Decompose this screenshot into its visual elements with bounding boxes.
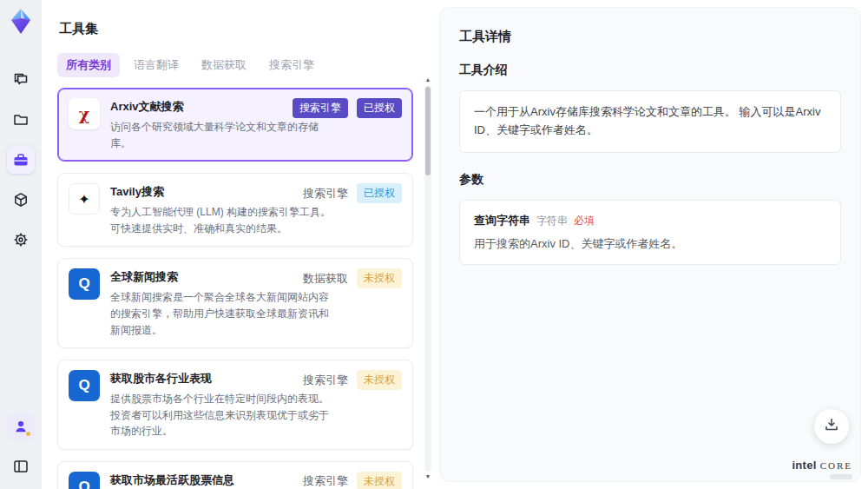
category-label: 数据获取 [303, 271, 348, 287]
scrollbar-thumb[interactable] [425, 87, 431, 175]
category-label: 搜索引擎 [303, 473, 348, 489]
chat-icon [12, 71, 30, 89]
scroll-up-arrow-icon[interactable]: ▲ [425, 76, 431, 83]
tool-tags: 搜索引擎 已授权 [293, 98, 402, 118]
tab-language-translation[interactable]: 语言翻译 [125, 53, 187, 77]
tool-tags: 数据获取 未授权 [303, 268, 402, 288]
intel-core-logo: intel core [792, 459, 852, 472]
sidebar-item-account[interactable] [7, 413, 35, 440]
split-panel-icon [12, 458, 30, 475]
app-window: 工具集 所有类别 语言翻译 数据获取 搜索引擎 χ Arxiv文献搜索 访问各个… [0, 0, 868, 489]
brand-sub-mark [830, 474, 852, 479]
cube-icon [12, 191, 30, 208]
param-box: 查询字符串 字符串 必填 用于搜索的Arxiv ID、关键字或作者姓名。 [459, 200, 841, 265]
download-icon [823, 416, 840, 437]
category-label: 搜索引擎 [303, 373, 348, 388]
auth-status-badge: 未授权 [357, 472, 402, 489]
stock-sector-icon: Q [69, 370, 100, 401]
sidebar-item-toggle-panel[interactable] [7, 453, 35, 480]
tab-search-engine[interactable]: 搜索引擎 [260, 53, 323, 77]
category-label: 搜索引擎 [303, 186, 348, 202]
tool-card-tavily[interactable]: ✦ Tavily搜索 专为人工智能代理 (LLM) 构建的搜索引擎工具。可快速提… [57, 173, 413, 247]
param-type: 字符串 [536, 214, 568, 228]
tool-description: 专为人工智能代理 (LLM) 构建的搜索引擎工具。可快速提供实时、准确和真实的结… [110, 204, 338, 236]
tool-card-active-stocks[interactable]: Q 获取市场最活跃股票信息 提供当天交易量最高的股票列表。投资者可以利用这些信息… [57, 461, 413, 489]
tool-tags: 搜索引擎 已授权 [303, 183, 402, 203]
auth-status-badge: 未授权 [357, 268, 402, 288]
tab-all-categories[interactable]: 所有类别 [57, 53, 120, 77]
tool-list-panel: 工具集 所有类别 语言翻译 数据获取 搜索引擎 χ Arxiv文献搜索 访问各个… [42, 0, 434, 489]
intro-text: 一个用于从Arxiv存储库搜索科学论文和文章的工具。 输入可以是Arxiv ID… [474, 103, 826, 140]
param-name: 查询字符串 [474, 213, 530, 228]
left-icon-rail [0, 0, 42, 489]
tool-description: 提供股票市场各个行业在特定时间段内的表现。投资者可以利用这些信息来识别表现优于或… [110, 391, 338, 439]
core-wordmark: core [820, 460, 852, 471]
intel-wordmark: intel [792, 459, 816, 472]
tool-card-stock-sectors[interactable]: Q 获取股市各行业表现 提供股票市场各个行业在特定时间段内的表现。投资者可以利用… [57, 360, 413, 450]
scrollbar-track[interactable] [424, 85, 431, 472]
category-tabs: 所有类别 语言翻译 数据获取 搜索引擎 [57, 53, 429, 77]
page-title: 工具集 [59, 21, 429, 37]
category-badge: 搜索引擎 [293, 98, 348, 118]
rail-bottom-group [7, 413, 35, 480]
param-required-flag: 必填 [574, 214, 595, 228]
auth-status-badge: 未授权 [357, 370, 402, 390]
intro-heading: 工具介绍 [459, 63, 841, 78]
detail-panel-wrap: 工具详情 工具介绍 一个用于从Arxiv存储库搜索科学论文和文章的工具。 输入可… [434, 0, 868, 489]
tool-detail-panel: 工具详情 工具介绍 一个用于从Arxiv存储库搜索科学论文和文章的工具。 输入可… [439, 7, 861, 482]
list-scrollbar[interactable]: ▲ ▼ [424, 76, 432, 480]
tool-card-arxiv[interactable]: χ Arxiv文献搜索 访问各个研究领域大量科学论文和文章的存储库。 搜索引擎 … [57, 88, 413, 162]
detail-title: 工具详情 [459, 29, 841, 45]
app-logo-gem-icon[interactable] [7, 7, 35, 36]
sidebar-item-packages[interactable] [7, 186, 35, 214]
sidebar-item-settings[interactable] [7, 226, 35, 254]
sidebar-item-tools[interactable] [7, 146, 35, 174]
user-status-dot [26, 432, 30, 436]
tavily-star-icon: ✦ [69, 183, 100, 215]
rail-top-group [7, 66, 35, 254]
scroll-down-arrow-icon[interactable]: ▼ [425, 473, 431, 480]
toolbox-icon [12, 151, 30, 169]
auth-status-badge: 已授权 [357, 98, 402, 118]
params-heading: 参数 [459, 172, 841, 188]
tool-tags: 搜索引擎 未授权 [303, 472, 402, 489]
param-description: 用于搜索的Arxiv ID、关键字或作者姓名。 [474, 236, 826, 252]
auth-status-badge: 已授权 [357, 183, 402, 203]
sidebar-item-chat[interactable] [7, 66, 35, 94]
active-stocks-icon: Q [69, 472, 100, 489]
tool-description: 访问各个研究领域大量科学论文和文章的存储库。 [110, 119, 338, 151]
download-button[interactable] [814, 409, 849, 444]
tab-data-fetch[interactable]: 数据获取 [193, 53, 255, 77]
param-header-line: 查询字符串 字符串 必填 [474, 213, 826, 228]
folder-icon [12, 111, 30, 129]
gear-icon [12, 231, 30, 248]
news-search-icon: Q [69, 268, 100, 300]
tool-tags: 搜索引擎 未授权 [303, 370, 402, 390]
sidebar-item-files[interactable] [7, 106, 35, 134]
tool-card-global-news[interactable]: Q 全球新闻搜索 全球新闻搜索是一个聚合全球各大新闻网站内容的搜索引擎，帮助用户… [57, 258, 413, 348]
arxiv-logo-icon: χ [69, 98, 100, 129]
tool-card-list: χ Arxiv文献搜索 访问各个研究领域大量科学论文和文章的存储库。 搜索引擎 … [57, 88, 429, 489]
intro-box: 一个用于从Arxiv存储库搜索科学论文和文章的工具。 输入可以是Arxiv ID… [459, 90, 841, 153]
tool-description: 全球新闻搜索是一个聚合全球各大新闻网站内容的搜索引擎，帮助用户快速获取全球最新资… [110, 289, 338, 338]
